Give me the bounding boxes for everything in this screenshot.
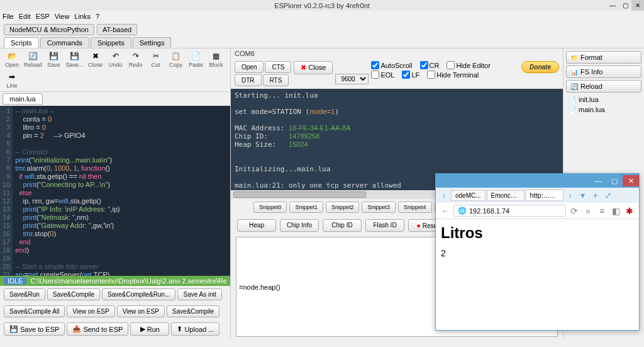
- tool-paste[interactable]: 📄Paste: [188, 51, 204, 68]
- browser-title-bar[interactable]: — ▢ ✕: [436, 174, 639, 188]
- baud-select[interactable]: 9600: [335, 74, 369, 84]
- menu-file[interactable]: File: [3, 13, 14, 20]
- button-savecompileall[interactable]: Save&Compile All: [4, 305, 65, 317]
- donate-button[interactable]: Donate: [521, 61, 559, 73]
- subtab-snippets[interactable]: Snippets: [91, 37, 131, 48]
- check-hideeditor[interactable]: Hide Editor: [447, 61, 490, 69]
- open-port-button[interactable]: Open: [235, 61, 264, 73]
- tool-save[interactable]: 💾Save...: [66, 51, 84, 68]
- file-main-lua[interactable]: 📄main.lua: [566, 105, 641, 115]
- cts-button[interactable]: CTS: [265, 61, 291, 73]
- snippet-button[interactable]: Snippet0: [253, 202, 287, 213]
- tool-copy[interactable]: 📋Copy: [168, 51, 184, 68]
- tool-cut[interactable]: ✂Cut: [148, 51, 164, 68]
- browser-address-bar[interactable]: 🌐 192.168.1.74: [453, 205, 566, 217]
- rts-button[interactable]: RTS: [263, 74, 289, 86]
- file-tab[interactable]: main.lua: [3, 93, 43, 105]
- open-icon: 📂: [7, 51, 17, 61]
- undo-icon: ↶: [111, 51, 121, 61]
- tab-1[interactable]: AT-based: [97, 24, 137, 35]
- browser-forward-button[interactable]: ›: [565, 190, 576, 201]
- cmd-flashid[interactable]: Flash ID: [365, 219, 404, 232]
- cut-icon: ✂: [151, 51, 161, 61]
- browser-minimize-button[interactable]: —: [590, 175, 606, 186]
- tool-block[interactable]: ▦Block: [208, 51, 225, 68]
- browser-dropdown-button[interactable]: ▾: [577, 190, 589, 201]
- browser-tab-bar: ‹ odeMC... Emoncms... http:...1.74/× › ▾…: [436, 188, 639, 203]
- menu-esp[interactable]: ESP: [36, 13, 50, 20]
- button-run[interactable]: ▶Run: [130, 322, 169, 336]
- browser-ext-button[interactable]: ✱: [624, 205, 635, 217]
- browser-back-button[interactable]: ‹: [438, 190, 450, 201]
- check-cr[interactable]: CR: [420, 61, 440, 69]
- browser-new-tab-button[interactable]: +: [590, 190, 601, 201]
- check-autoscroll[interactable]: AutoScroll: [371, 61, 412, 69]
- cmd-chipid[interactable]: Chip ID: [323, 219, 362, 232]
- browser-tab-active[interactable]: http:...1.74/×: [526, 190, 564, 201]
- reload-icon: 🔄: [570, 82, 578, 90]
- button-viewonesp[interactable]: View on ESP: [67, 305, 114, 317]
- tool-open[interactable]: 📂Open: [4, 51, 20, 68]
- button-saveasinit[interactable]: Save As init: [177, 288, 221, 300]
- browser-maximize-button[interactable]: ▢: [606, 175, 623, 186]
- right-reload[interactable]: 🔄Reload: [566, 80, 641, 93]
- button-saverun[interactable]: Save&Run: [4, 288, 45, 300]
- close-icon: ✖: [91, 51, 101, 61]
- subtab-commands[interactable]: Commands: [40, 37, 89, 48]
- menu-links[interactable]: Links: [74, 13, 91, 20]
- file-icon: 📄: [569, 96, 576, 103]
- cmd-heap[interactable]: Heap: [237, 219, 276, 232]
- close-port-button[interactable]: ✖ Close: [294, 61, 333, 74]
- tool-redo[interactable]: ↷Redo: [128, 51, 144, 68]
- button-savecompile[interactable]: Save&Compile: [167, 305, 219, 317]
- tool-line[interactable]: ➡Line: [4, 72, 20, 89]
- button-savecompilerun[interactable]: Save&Compile&Run...: [102, 288, 176, 300]
- menu-edit[interactable]: Edit: [19, 13, 31, 20]
- subtab-scripts[interactable]: Scripts: [4, 37, 39, 48]
- cmd-chipinfo[interactable]: Chip Info: [280, 219, 319, 232]
- check-lf[interactable]: LF: [402, 71, 419, 79]
- browser-tab[interactable]: odeMC...: [451, 190, 486, 201]
- browser-tab[interactable]: Emoncms...: [487, 190, 525, 201]
- browser-reload-button[interactable]: ⟳: [569, 205, 580, 217]
- right-fsinfo[interactable]: 📊FS Info: [566, 65, 641, 78]
- snippet-button[interactable]: Snippet3: [362, 202, 396, 213]
- button-sendtoesp[interactable]: 📤Send to ESP: [67, 322, 128, 336]
- browser-close-button[interactable]: ✕: [623, 175, 639, 186]
- close-button[interactable]: ✕: [631, 0, 644, 11]
- browser-expand-button[interactable]: ⤢: [602, 190, 614, 201]
- dtr-button[interactable]: DTR: [235, 74, 262, 86]
- snippet-button[interactable]: Snippet1: [289, 202, 323, 213]
- tool-undo[interactable]: ↶Undo: [108, 51, 124, 68]
- check-eol[interactable]: EOL: [371, 71, 394, 79]
- browser-menu-button[interactable]: ≡: [596, 205, 608, 217]
- tool-reload[interactable]: 🔄Reload: [24, 51, 42, 68]
- browser-content: Litros 2: [436, 219, 639, 330]
- tool-save[interactable]: 💾Save: [46, 51, 62, 68]
- browser-window: — ▢ ✕ ‹ odeMC... Emoncms... http:...1.74…: [435, 173, 640, 331]
- menu-view[interactable]: View: [55, 13, 70, 20]
- code-editor[interactable]: 1234567891011121314151617181920212223242…: [0, 106, 230, 276]
- tab-0[interactable]: NodeMCU & MicroPython: [4, 24, 94, 35]
- browser-home-button[interactable]: ←: [440, 205, 451, 217]
- browser-sidebar-button[interactable]: ◧: [610, 205, 621, 217]
- file-icon: 📄: [569, 106, 576, 113]
- file-init-lua[interactable]: 📄init.lua: [566, 94, 641, 105]
- maximize-button[interactable]: ▢: [619, 0, 631, 11]
- button-upload[interactable]: ⬆Upload ...: [171, 322, 219, 336]
- browser-more-button[interactable]: »: [582, 205, 594, 217]
- paste-icon: 📄: [191, 51, 201, 61]
- copy-icon: 📋: [171, 51, 181, 61]
- button-viewonesp[interactable]: View on ESP: [117, 305, 165, 317]
- subtab-settings[interactable]: Settings: [133, 37, 172, 48]
- check-hideterminal[interactable]: Hide Terminal: [427, 71, 479, 79]
- right-format[interactable]: 📁Format: [566, 51, 641, 64]
- minimize-button[interactable]: —: [606, 0, 619, 11]
- snippet-button[interactable]: Snippet4: [398, 202, 432, 213]
- button-savetoesp[interactable]: 💾Save to ESP: [4, 322, 65, 336]
- com-port-label: COM6: [231, 48, 563, 59]
- snippet-button[interactable]: Snippet2: [326, 202, 360, 213]
- button-savecompile[interactable]: Save&Compile: [47, 288, 100, 300]
- tool-close[interactable]: ✖Close: [87, 51, 104, 68]
- menu-?[interactable]: ?: [96, 13, 99, 20]
